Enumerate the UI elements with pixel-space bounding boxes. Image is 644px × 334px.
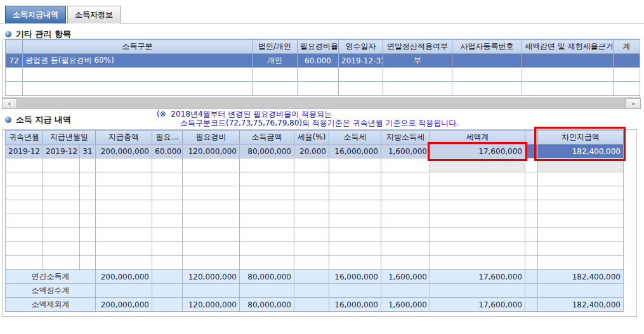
table2-cell[interactable] <box>240 158 294 172</box>
table1-cell[interactable] <box>522 54 614 68</box>
table2-cell[interactable] <box>538 228 624 242</box>
table2-cell[interactable] <box>43 242 80 256</box>
table2-cell[interactable] <box>152 214 183 228</box>
horizontal-scrollbar[interactable]: ‹ › <box>2 98 641 109</box>
table2-cell[interactable] <box>525 242 538 256</box>
table2-cell[interactable]: 1,600,000 <box>381 145 430 158</box>
table2-cell[interactable] <box>430 214 525 228</box>
table2-cell[interactable] <box>430 228 525 242</box>
table2-cell[interactable] <box>6 242 43 256</box>
table2-cell[interactable] <box>525 200 538 214</box>
table2-cell[interactable] <box>329 228 381 242</box>
table1-cell[interactable] <box>614 54 640 68</box>
table2-cell[interactable] <box>381 242 430 256</box>
table2-cell[interactable] <box>294 158 329 172</box>
table2-row-empty[interactable] <box>6 214 624 228</box>
table2-header-cell[interactable]: 차인지급액 <box>538 131 624 145</box>
table1-header-cell[interactable]: 법인/개인 <box>253 40 298 54</box>
table2-cell[interactable]: 31 <box>80 145 96 158</box>
table1-cell[interactable] <box>383 68 452 82</box>
table1-cell[interactable] <box>452 82 522 96</box>
table2-header-cell[interactable]: 세액계 <box>430 131 525 145</box>
table2-cell[interactable] <box>294 186 329 200</box>
table2-cell[interactable]: 60.000 <box>152 145 183 158</box>
table1-cell[interactable]: 부 <box>383 54 452 68</box>
table2-cell[interactable] <box>538 256 624 270</box>
table2-cell[interactable] <box>430 172 525 186</box>
table2-cell[interactable] <box>294 256 329 270</box>
table2-row-empty[interactable] <box>6 186 624 200</box>
table1-cell[interactable] <box>23 82 253 96</box>
table2-cell[interactable] <box>80 200 96 214</box>
table2-row-empty[interactable] <box>6 256 624 270</box>
table2-cell[interactable] <box>152 158 183 172</box>
table1-cell[interactable]: 60.000 <box>298 54 339 68</box>
table1-cell[interactable] <box>522 82 614 96</box>
table1-row-empty[interactable] <box>6 68 640 82</box>
table2-cell[interactable] <box>80 158 96 172</box>
table2-cell[interactable] <box>525 228 538 242</box>
table2-cell[interactable] <box>294 242 329 256</box>
table1-cell[interactable]: 72 <box>6 54 23 68</box>
table2-cell[interactable] <box>430 186 525 200</box>
table2-cell[interactable]: 20.000 <box>294 145 329 158</box>
table1-cell[interactable] <box>23 68 253 82</box>
table2-cell[interactable] <box>381 256 430 270</box>
table2-cell[interactable] <box>6 214 43 228</box>
table2-cell[interactable] <box>381 214 430 228</box>
table2-cell[interactable] <box>43 172 80 186</box>
table2-row-empty[interactable] <box>6 158 624 172</box>
table2-cell[interactable] <box>152 186 183 200</box>
table2-cell[interactable] <box>430 256 525 270</box>
table2-cell[interactable] <box>525 256 538 270</box>
scrollbar-track[interactable] <box>17 98 626 109</box>
table2-cell[interactable] <box>538 242 624 256</box>
table2-cell[interactable] <box>43 186 80 200</box>
table2-cell[interactable] <box>80 214 96 228</box>
table2-cell[interactable] <box>525 172 538 186</box>
table2-row-empty[interactable] <box>6 242 624 256</box>
table1-cell[interactable] <box>614 82 640 96</box>
table2-cell[interactable] <box>240 228 294 242</box>
table2-cell[interactable] <box>152 228 183 242</box>
table1-cell[interactable] <box>522 68 614 82</box>
table2-cell[interactable] <box>6 228 43 242</box>
table1-cell[interactable] <box>298 82 339 96</box>
table2-cell[interactable] <box>6 200 43 214</box>
table2-cell[interactable] <box>240 256 294 270</box>
table2-cell[interactable] <box>294 214 329 228</box>
table2-cell[interactable] <box>329 214 381 228</box>
table1-cell[interactable] <box>339 82 383 96</box>
table2-cell[interactable]: 2019-12 <box>43 145 80 158</box>
table2-cell[interactable] <box>6 158 43 172</box>
table2-cell[interactable] <box>329 242 381 256</box>
table2-cell[interactable]: 2019-12 <box>6 145 43 158</box>
table2-cell[interactable] <box>538 186 624 200</box>
table2-cell[interactable] <box>96 214 152 228</box>
scroll-left-icon[interactable]: ‹ <box>2 98 17 109</box>
table2-cell[interactable] <box>183 256 240 270</box>
table2-cell[interactable] <box>329 158 381 172</box>
table2-row-data[interactable]: 2019-122019-1231200,000,00060.000120,000… <box>6 145 624 158</box>
table1-cell[interactable]: 광업권 등(필요경비 60%) <box>23 54 253 68</box>
table1-header-cell[interactable]: 필요경비율 <box>298 40 339 54</box>
table2-cell[interactable] <box>240 186 294 200</box>
table2-header-cell[interactable]: 소득금액 <box>240 131 294 145</box>
table2-cell[interactable] <box>43 228 80 242</box>
table1-cell[interactable] <box>253 68 298 82</box>
table2-cell[interactable] <box>80 186 96 200</box>
table2-cell[interactable] <box>96 186 152 200</box>
table1-cell[interactable] <box>383 82 452 96</box>
table2-cell[interactable] <box>43 256 80 270</box>
table2-cell[interactable] <box>381 158 430 172</box>
table1-header-cell[interactable]: 영수일자 <box>339 40 383 54</box>
table1-cell[interactable] <box>298 68 339 82</box>
table2-cell[interactable] <box>152 242 183 256</box>
table2-cell[interactable] <box>240 242 294 256</box>
table2-cell[interactable] <box>183 172 240 186</box>
table1-cell[interactable] <box>339 68 383 82</box>
table2-cell[interactable] <box>538 200 624 214</box>
table2-cell[interactable] <box>152 200 183 214</box>
table2-cell[interactable] <box>43 214 80 228</box>
table2-cell[interactable] <box>96 158 152 172</box>
